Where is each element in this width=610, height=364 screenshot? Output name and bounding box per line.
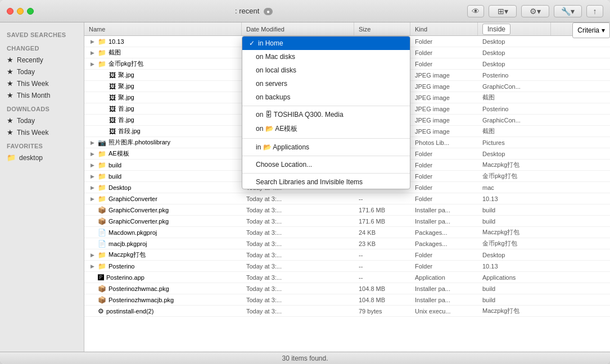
checkmark-icon: ✓ bbox=[249, 39, 255, 47]
dropdown-selected-item[interactable]: ✓ in Home bbox=[242, 37, 410, 50]
col-header-name[interactable]: Name bbox=[84, 22, 242, 35]
table-row[interactable]: 📦GraphicConverter.pkgToday at 3:...171.6… bbox=[84, 204, 610, 216]
sidebar-section-favorites: Favorites bbox=[0, 138, 84, 152]
this-week-changed-label: This Week bbox=[17, 80, 48, 88]
backups-label: on backups bbox=[256, 93, 290, 101]
today-changed-icon: ★ bbox=[7, 67, 13, 76]
titlebar: : recent ● 👁 ⊞▾ ⚙▾ 🔧▾ ↑ bbox=[0, 0, 610, 22]
this-week-downloads-icon: ★ bbox=[7, 128, 13, 136]
table-row[interactable]: ▶📁Maczpkg打包Today at 3:...--FolderDesktop bbox=[84, 249, 610, 261]
divider4 bbox=[242, 173, 410, 174]
toolbar-controls: 👁 ⊞▾ ⚙▾ 🔧▾ ↑ bbox=[467, 5, 603, 17]
recently-label: Recently bbox=[17, 56, 43, 64]
status-text: 30 items found. bbox=[282, 354, 328, 362]
table-row[interactable]: ▶📁GraphicConverterToday at 3:...--Folder… bbox=[84, 193, 610, 204]
sidebar-item-this-week-downloads[interactable]: ★ This Week bbox=[0, 126, 84, 138]
dropdown-item-servers[interactable]: on servers bbox=[242, 77, 410, 90]
sidebar-item-this-month[interactable]: ★ This Month bbox=[0, 89, 84, 101]
sidebar-item-recently[interactable]: ★ Recently bbox=[0, 54, 84, 66]
dropdown-item-toshiba[interactable]: on 🗄 TOSHIBA Q300. Media bbox=[242, 108, 410, 121]
title-badge: ● bbox=[264, 8, 273, 15]
this-week-downloads-label: This Week bbox=[17, 129, 48, 136]
divider bbox=[242, 106, 410, 106]
finder-window: : recent ● 👁 ⊞▾ ⚙▾ 🔧▾ ↑ Saved Searches C… bbox=[0, 0, 610, 364]
col-header-size[interactable]: Size bbox=[354, 22, 410, 35]
table-row[interactable]: 📄macjb.pkgprojToday at 3:...23 KBPackage… bbox=[84, 238, 610, 249]
sidebar-section-saved-searches: Saved Searches bbox=[0, 27, 84, 40]
dropdown-item-applications[interactable]: in 📂 Applications bbox=[242, 140, 410, 154]
today-downloads-icon: ★ bbox=[7, 116, 13, 125]
desktop-icon: 📁 bbox=[7, 153, 16, 162]
dropdown-item-local-disks[interactable]: on local disks bbox=[242, 63, 410, 77]
close-button[interactable] bbox=[7, 8, 13, 15]
criteria-dropdown[interactable]: Criteria ▾ bbox=[572, 22, 610, 38]
sidebar-section-changed: Changed bbox=[0, 40, 84, 54]
toshiba-label: on 🗄 TOSHIBA Q300. Media bbox=[256, 111, 344, 119]
table-row[interactable]: ▶📁PosterinoToday at 3:...--Folder10.13 bbox=[84, 261, 610, 272]
divider3 bbox=[242, 156, 410, 156]
table-row[interactable]: 📄Macdown.pkgprojToday at 3:...24 KBPacka… bbox=[84, 227, 610, 238]
table-row[interactable]: 🅿Posterino.appToday at 3:...--Applicatio… bbox=[84, 272, 610, 283]
selected-location-label: in Home bbox=[258, 39, 283, 47]
inside-dropdown[interactable]: Inside bbox=[482, 24, 510, 35]
local-disks-label: on local disks bbox=[256, 66, 296, 74]
col-header-date[interactable]: Date Modified bbox=[242, 22, 354, 35]
servers-label: on servers bbox=[256, 80, 287, 88]
col-header-kind[interactable]: Kind bbox=[410, 22, 478, 35]
table-row[interactable]: 📦Posterinozhwmacjb.pkgToday at 3:...104.… bbox=[84, 294, 610, 306]
this-month-label: This Month bbox=[17, 92, 50, 99]
col-header-inside[interactable]: Inside bbox=[478, 22, 551, 35]
divider2 bbox=[242, 138, 410, 139]
title-text: : recent bbox=[235, 7, 259, 15]
sidebar-section-downloads: Downloads bbox=[0, 101, 84, 115]
traffic-lights bbox=[7, 8, 34, 15]
dropdown-item-search-libraries[interactable]: Search Libraries and Invisible Items bbox=[242, 175, 410, 189]
tools-button[interactable]: 🔧▾ bbox=[554, 5, 582, 17]
search-libraries-label: Search Libraries and Invisible Items bbox=[256, 178, 363, 186]
this-month-icon: ★ bbox=[7, 91, 13, 99]
table-row[interactable]: 📦Posterinozhwmac.pkgToday at 3:...104.8 … bbox=[84, 283, 610, 294]
desktop-label: desktop bbox=[19, 154, 43, 162]
criteria-label: Criteria bbox=[577, 26, 599, 34]
sidebar-item-today-changed[interactable]: ★ Today bbox=[0, 66, 84, 78]
mac-disks-label: on Mac disks bbox=[256, 53, 295, 61]
maximize-button[interactable] bbox=[27, 8, 34, 15]
recently-icon: ★ bbox=[7, 56, 13, 64]
choose-location-label: Choose Location... bbox=[256, 161, 312, 169]
applications-label: in 📂 Applications bbox=[256, 143, 309, 151]
table-row[interactable]: ⚙postinstall-end(2)Today at 3:...79 byte… bbox=[84, 306, 610, 317]
sidebar-item-this-week-changed[interactable]: ★ This Week bbox=[0, 78, 84, 89]
sidebar: Saved Searches Changed ★ Recently ★ Toda… bbox=[0, 22, 84, 352]
minimize-button[interactable] bbox=[17, 8, 24, 15]
main-content: Saved Searches Changed ★ Recently ★ Toda… bbox=[0, 22, 610, 352]
column-headers: Name Date Modified Size Kind Inside bbox=[84, 22, 610, 36]
today-changed-label: Today bbox=[17, 68, 35, 76]
dropdown-item-choose-location[interactable]: Choose Location... bbox=[242, 158, 410, 171]
today-downloads-label: Today bbox=[17, 117, 35, 125]
dropdown-item-ae[interactable]: on 📂 AE模板 bbox=[242, 121, 410, 136]
share-button[interactable]: ↑ bbox=[586, 5, 603, 17]
dropdown-item-mac-disks[interactable]: on Mac disks bbox=[242, 50, 410, 63]
criteria-chevron-icon: ▾ bbox=[602, 26, 605, 34]
location-dropdown[interactable]: ✓ in Home on Mac disks on local disks on… bbox=[242, 36, 410, 189]
ae-label: on 📂 AE模板 bbox=[256, 124, 297, 134]
eye-button[interactable]: 👁 bbox=[467, 5, 484, 17]
sidebar-item-desktop[interactable]: 📁 desktop bbox=[0, 152, 84, 163]
dropdown-item-backups[interactable]: on backups bbox=[242, 90, 410, 104]
status-bar: 30 items found. bbox=[0, 352, 610, 364]
file-area: Name Date Modified Size Kind Inside ▶📁10… bbox=[84, 22, 610, 352]
window-title: : recent ● bbox=[40, 7, 467, 15]
sidebar-item-today-downloads[interactable]: ★ Today bbox=[0, 115, 84, 126]
table-row[interactable]: 📦GraphicConverter.pkgToday at 3:...171.6… bbox=[84, 216, 610, 227]
view-button[interactable]: ⊞▾ bbox=[489, 5, 517, 17]
this-week-changed-icon: ★ bbox=[7, 79, 13, 88]
gear-button[interactable]: ⚙▾ bbox=[521, 5, 549, 17]
